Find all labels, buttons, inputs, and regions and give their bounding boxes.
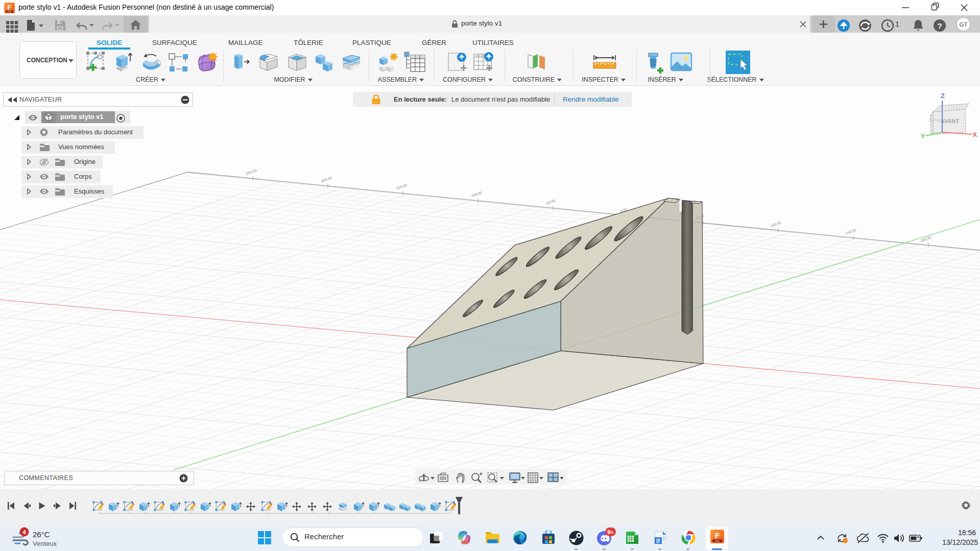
svg-text:150,00: 150,00 [845,228,857,235]
svg-text:GAUCHE: GAUCHE [928,118,942,122]
svg-text:-50,00: -50,00 [545,199,556,205]
svg-text:F: F [715,531,720,540]
svg-text:Z: Z [941,92,945,100]
svg-text:?: ? [937,21,942,30]
svg-text:100,00: 100,00 [770,221,782,228]
svg-text:FUS: FUS [715,540,720,542]
svg-text:F: F [8,4,11,11]
svg-text:9+: 9+ [607,529,614,535]
svg-text:X: X [973,131,977,138]
svg-text:-250,00: -250,00 [245,169,257,176]
svg-text:-150,00: -150,00 [395,183,408,191]
svg-text:AVANT: AVANT [941,118,960,124]
svg-text:FUS: FUS [8,11,12,13]
svg-text:4: 4 [22,529,26,535]
svg-text:-200,00: -200,00 [320,176,332,183]
svg-text:Y: Y [921,133,925,140]
svg-text:-100,00: -100,00 [470,190,483,198]
svg-text:GT: GT [960,21,968,28]
